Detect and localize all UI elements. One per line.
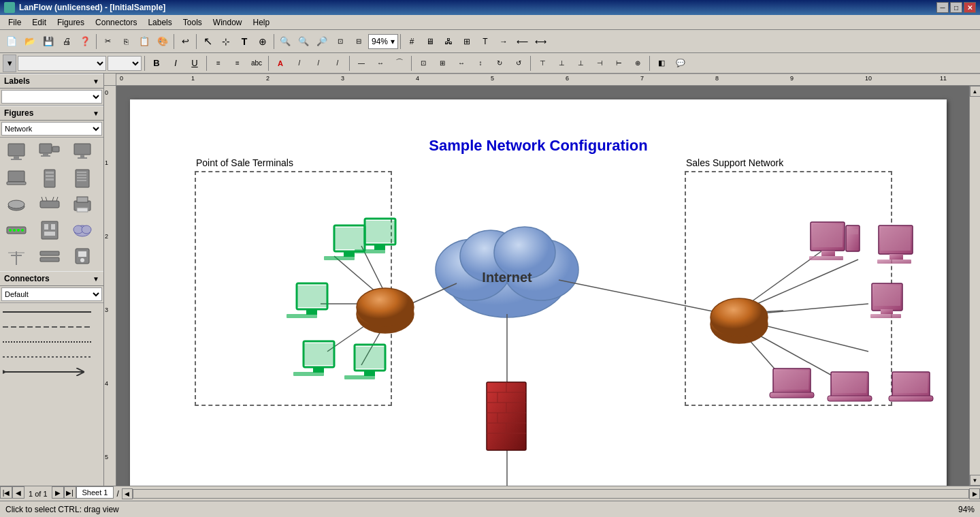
comment-btn[interactable]: 💬: [672, 54, 689, 72]
figure-item-misc[interactable]: [69, 244, 96, 268]
sheet-tab-1[interactable]: Sheet 1: [76, 486, 114, 499]
line-style-btn2[interactable]: /: [310, 54, 327, 72]
zoom-out-button[interactable]: 🔎: [313, 33, 331, 50]
maximize-button[interactable]: □: [950, 2, 962, 13]
align-mid-btn[interactable]: ⊥: [553, 54, 570, 72]
figure-btn4[interactable]: T: [476, 33, 494, 50]
connector-style-btn2[interactable]: ↔: [372, 54, 389, 72]
undo-button[interactable]: ↩: [176, 33, 194, 50]
zoom-in-button[interactable]: 🔍: [276, 33, 294, 50]
align-left-button[interactable]: ≡: [210, 54, 227, 72]
figure-item-server2[interactable]: [69, 166, 96, 191]
figure-item-desktop2[interactable]: [36, 140, 63, 165]
scroll-left-arrow[interactable]: ◀: [122, 488, 133, 499]
figure-item-laptop[interactable]: [3, 166, 30, 191]
flip-v-btn[interactable]: ↕: [472, 54, 489, 72]
text-color-button[interactable]: A: [272, 54, 289, 72]
figure-item-hub[interactable]: [3, 218, 30, 242]
figure-item-router[interactable]: [3, 192, 30, 217]
figure-item-server[interactable]: [36, 166, 63, 191]
figure-item-cable[interactable]: [36, 244, 63, 268]
flip-h-btn[interactable]: ↔: [453, 54, 470, 72]
h-scroll-track[interactable]: [133, 489, 969, 499]
underline-button[interactable]: U: [186, 54, 203, 72]
italic-button[interactable]: I: [167, 54, 184, 72]
bold-button[interactable]: B: [148, 54, 165, 72]
format-painter-button[interactable]: 🎨: [154, 33, 172, 50]
align-l-btn[interactable]: ⊢: [610, 54, 627, 72]
print-button[interactable]: 🖨: [58, 33, 76, 50]
minimize-button[interactable]: ─: [936, 2, 949, 13]
line-style-btn[interactable]: /: [291, 54, 308, 72]
labels-collapse-btn[interactable]: ▼: [93, 78, 99, 85]
scroll-track[interactable]: [970, 97, 980, 475]
menu-labels[interactable]: Labels: [142, 16, 177, 29]
copy-button[interactable]: ⎘: [117, 33, 135, 50]
figures-collapse-btn[interactable]: ▼: [93, 110, 99, 117]
connector-dashed1[interactable]: [3, 321, 101, 333]
shadow-btn[interactable]: ◧: [653, 54, 670, 72]
connectors-select[interactable]: Default: [1, 287, 102, 301]
align-cr-btn[interactable]: ⊕: [629, 54, 647, 72]
new-button[interactable]: 📄: [3, 33, 20, 50]
zoom-out-small-button[interactable]: 🔍: [295, 33, 312, 50]
arrow-btn[interactable]: →: [495, 33, 512, 50]
menu-connectors[interactable]: Connectors: [90, 16, 142, 29]
right-scrollbar[interactable]: ▲ ▼: [969, 86, 980, 486]
zoom-fit-button[interactable]: ⊟: [350, 33, 368, 50]
rotate2-btn[interactable]: ↺: [510, 54, 527, 72]
save-button[interactable]: 💾: [39, 33, 57, 50]
figure-item-cloud[interactable]: [69, 218, 96, 242]
font-size-select[interactable]: [108, 56, 142, 71]
figure-item-printer[interactable]: [69, 192, 96, 217]
menu-edit[interactable]: Edit: [27, 16, 52, 29]
figure-item-desktop1[interactable]: [3, 140, 30, 165]
sheet-add-btn[interactable]: /: [114, 486, 121, 501]
menu-help[interactable]: Help: [248, 16, 276, 29]
line-btn1[interactable]: ⟵: [513, 33, 531, 50]
rotate-btn[interactable]: ↻: [491, 54, 508, 72]
figures-select[interactable]: Network: [1, 122, 102, 136]
nav-next-btn[interactable]: ▶: [52, 486, 64, 499]
figure-item-antenna[interactable]: [3, 244, 30, 268]
nav-last-btn[interactable]: ▶|: [64, 486, 76, 499]
help-button[interactable]: ❓: [76, 33, 94, 50]
connector-dotted1[interactable]: [3, 336, 101, 348]
zoom-dropdown[interactable]: 94% ▾: [368, 34, 398, 49]
line-style-btn3[interactable]: /: [329, 54, 346, 72]
menu-tools[interactable]: Tools: [178, 16, 208, 29]
align-center-button[interactable]: ≡: [229, 54, 246, 72]
connector-arrow[interactable]: [3, 366, 101, 378]
grid-button[interactable]: #: [403, 33, 421, 50]
diagram-canvas[interactable]: Sample Network Configuration Point of Sa…: [116, 86, 969, 486]
select-mode-button[interactable]: ⊹: [217, 33, 235, 50]
align-r-btn[interactable]: ⊣: [591, 54, 608, 72]
cut-button[interactable]: ✂: [99, 33, 116, 50]
open-button[interactable]: 📂: [21, 33, 39, 50]
menu-file[interactable]: File: [3, 16, 27, 29]
connect-button[interactable]: ⊕: [254, 33, 272, 50]
group-btn2[interactable]: ⊞: [434, 54, 451, 72]
figure-btn1[interactable]: 🖥: [421, 33, 439, 50]
scroll-up-arrow[interactable]: ▲: [970, 86, 981, 97]
scroll-down-arrow[interactable]: ▼: [970, 475, 981, 486]
paste-button[interactable]: 📋: [135, 33, 153, 50]
figure-item-switch[interactable]: [36, 192, 63, 217]
connectors-collapse-btn[interactable]: ▼: [93, 275, 99, 283]
menu-figures[interactable]: Figures: [52, 16, 90, 29]
abc-button[interactable]: abc: [248, 54, 265, 72]
figure-btn2[interactable]: 🖧: [440, 33, 457, 50]
scroll-right-arrow[interactable]: ▶: [969, 488, 980, 499]
figure-btn3[interactable]: ⊞: [458, 33, 476, 50]
style-dropdown-btn[interactable]: ▾: [3, 54, 16, 72]
style-select[interactable]: [18, 56, 106, 71]
figure-item-monitor[interactable]: [69, 140, 96, 165]
select-button[interactable]: ↖: [199, 33, 216, 50]
curve-btn[interactable]: ⌒: [391, 54, 408, 72]
labels-select[interactable]: [1, 90, 102, 104]
connector-style-btn1[interactable]: —: [353, 54, 370, 72]
connector-solid[interactable]: [3, 306, 101, 318]
align-top-btn[interactable]: ⊤: [534, 54, 551, 72]
figure-item-firewall[interactable]: [36, 218, 63, 242]
close-button[interactable]: ✕: [964, 2, 976, 13]
